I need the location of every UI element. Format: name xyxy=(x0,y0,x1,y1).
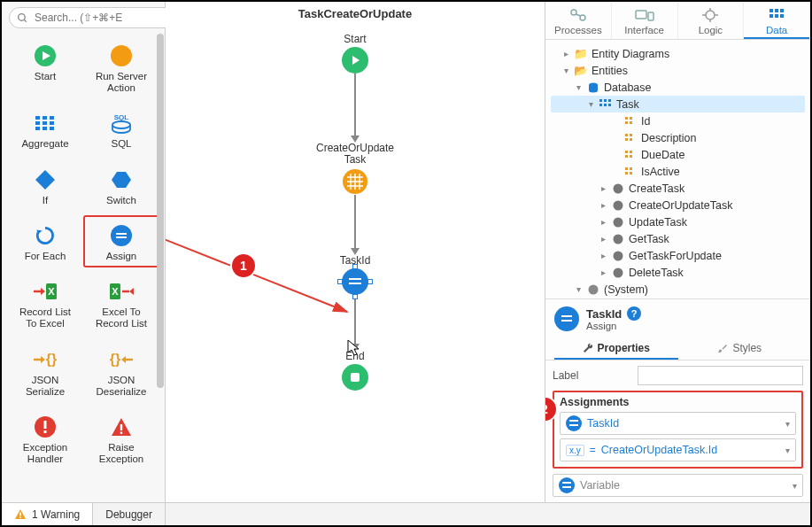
assignment-next-variable-field[interactable]: Variable ▾ xyxy=(553,474,803,497)
search-input-wrap[interactable] xyxy=(9,7,177,28)
svg-rect-62 xyxy=(625,117,628,120)
assign-icon xyxy=(554,306,579,331)
svg-rect-38 xyxy=(349,283,361,284)
expression-icon: x.y xyxy=(566,445,584,456)
tool-json-deserialize[interactable]: {} JSON Deserialize xyxy=(83,339,159,403)
tool-sql[interactable]: SQL SQL xyxy=(83,103,159,155)
chevron-down-icon[interactable]: ▾ xyxy=(793,481,797,491)
svg-rect-7 xyxy=(35,121,40,125)
svg-point-44 xyxy=(706,11,715,19)
toolbox-scrollbar[interactable] xyxy=(157,34,164,388)
tool-recordlist-to-excel[interactable]: X Record List To Excel xyxy=(7,271,83,335)
tree-node-action-gettaskforupdate[interactable]: ▸GetTaskForUpdate xyxy=(551,247,805,264)
cursor-icon xyxy=(347,339,361,357)
subtab-styles[interactable]: Styles xyxy=(678,337,802,360)
tab-processes[interactable]: Processes xyxy=(545,2,612,39)
tool-json-serialize[interactable]: {} JSON Serialize xyxy=(7,339,83,403)
tool-run-server-action[interactable]: Run Server Action xyxy=(83,35,159,99)
svg-text:{}: {} xyxy=(46,352,57,367)
tree-node-action-createtask[interactable]: ▸CreateTask xyxy=(551,180,805,197)
svg-rect-74 xyxy=(625,167,628,170)
assignment-variable-field[interactable]: TaskId ▾ xyxy=(560,412,796,435)
property-tabs: Properties Styles xyxy=(545,337,810,360)
flow-node-taskid[interactable]: TaskId xyxy=(340,255,371,295)
svg-rect-9 xyxy=(50,121,54,125)
svg-rect-57 xyxy=(604,99,607,102)
tool-label: Start xyxy=(35,71,56,82)
tree-node-action-updatetask[interactable]: ▸UpdateTask xyxy=(551,213,805,230)
search-input[interactable] xyxy=(33,11,169,25)
equals-icon: = xyxy=(590,444,596,456)
tree-label: Entities xyxy=(592,65,628,77)
entity-tree[interactable]: ▸📁Entity Diagrams ▾📂Entities ▾Database ▾… xyxy=(545,40,810,298)
tree-label: CreateOrUpdateTask xyxy=(629,199,732,212)
node-label: CreateOrUpdate Task xyxy=(316,143,394,166)
svg-rect-76 xyxy=(625,172,628,174)
tree-node-entities[interactable]: ▾📂Entities xyxy=(551,62,805,79)
tab-data[interactable]: Data xyxy=(744,2,810,39)
wrench-icon xyxy=(583,343,593,353)
svg-rect-5 xyxy=(43,116,47,120)
svg-rect-8 xyxy=(43,121,47,125)
tree-label: GetTaskForUpdate xyxy=(629,250,722,262)
svg-rect-37 xyxy=(349,278,361,280)
tool-raise-exception[interactable]: Raise Exception xyxy=(83,407,159,470)
tool-foreach[interactable]: For Each xyxy=(7,215,83,267)
svg-rect-69 xyxy=(630,138,632,141)
tree-node-col-description[interactable]: Description xyxy=(551,129,805,146)
tree-node-col-isactive[interactable]: IsActive xyxy=(551,163,805,180)
brush-icon xyxy=(717,343,728,353)
right-tabs: Processes Interface Logic Data xyxy=(545,2,810,40)
prop-label-caption: Label xyxy=(553,369,632,382)
tree-node-entity-diagrams[interactable]: ▸📁Entity Diagrams xyxy=(551,45,805,62)
tool-exception-handler[interactable]: Exception Handler xyxy=(7,407,83,470)
tree-label: DueDate xyxy=(641,149,684,161)
tab-logic[interactable]: Logic xyxy=(678,2,745,39)
chevron-down-icon[interactable]: ▾ xyxy=(785,419,790,429)
tab-interface[interactable]: Interface xyxy=(612,2,678,39)
status-tab-warnings[interactable]: 1 Warning xyxy=(2,503,93,525)
tree-label: IsActive xyxy=(641,166,680,178)
svg-rect-71 xyxy=(630,151,632,153)
tree-node-action-gettask[interactable]: ▸GetTask xyxy=(551,230,805,247)
tree-node-action-deletetask[interactable]: ▸DeleteTask xyxy=(551,264,805,281)
tree-node-col-id[interactable]: Id xyxy=(551,112,805,129)
tool-label: For Each xyxy=(25,251,66,262)
tree-node-system[interactable]: ▾(System) xyxy=(551,281,805,298)
tree-node-database[interactable]: ▾Database xyxy=(551,79,805,96)
tool-label: JSON Serialize xyxy=(26,375,65,398)
svg-rect-27 xyxy=(120,424,122,430)
tool-if[interactable]: If xyxy=(7,159,83,212)
svg-rect-6 xyxy=(50,116,54,120)
tree-node-action-createorupdatetask[interactable]: ▸CreateOrUpdateTask xyxy=(551,197,805,213)
svg-rect-75 xyxy=(630,167,632,170)
tool-excel-to-recordlist[interactable]: X Excel To Record List xyxy=(83,271,159,335)
help-icon[interactable]: ? xyxy=(627,306,641,321)
svg-rect-49 xyxy=(769,9,773,12)
flow-canvas[interactable]: TaskCreateOrUpdate 1 Start CreateOrUpdat… xyxy=(166,2,545,502)
svg-rect-16 xyxy=(116,233,127,235)
chevron-down-icon[interactable]: ▾ xyxy=(785,446,790,455)
subtab-properties[interactable]: Properties xyxy=(554,337,678,360)
assignment-expression-field[interactable]: x.y = CreateOrUpdateTask.Id ▾ xyxy=(560,438,796,461)
entity-icon xyxy=(599,97,613,112)
svg-rect-26 xyxy=(44,430,47,433)
tool-start[interactable]: Start xyxy=(7,35,83,99)
tool-switch[interactable]: Switch xyxy=(83,159,159,212)
svg-rect-60 xyxy=(604,104,607,106)
tool-aggregate[interactable]: Aggregate xyxy=(7,103,83,155)
tool-assign[interactable]: Assign xyxy=(83,215,159,267)
flow-column: Start CreateOrUpdate Task xyxy=(166,34,545,502)
tree-node-col-duedate[interactable]: DueDate xyxy=(551,146,805,163)
status-tab-debugger[interactable]: Debugger xyxy=(93,503,166,525)
canvas-title: TaskCreateOrUpdate xyxy=(166,7,545,20)
svg-rect-4 xyxy=(35,116,40,120)
svg-text:X: X xyxy=(48,286,55,297)
tree-node-task[interactable]: ▾Task xyxy=(551,96,805,112)
tree-label: Entity Diagrams xyxy=(592,48,669,60)
flow-node-start[interactable]: Start xyxy=(342,34,368,74)
prop-label-input[interactable] xyxy=(638,366,803,385)
action-icon xyxy=(611,182,625,196)
attribute-icon xyxy=(623,165,638,179)
flow-node-createorupdate[interactable]: CreateOrUpdate Task xyxy=(316,143,394,194)
